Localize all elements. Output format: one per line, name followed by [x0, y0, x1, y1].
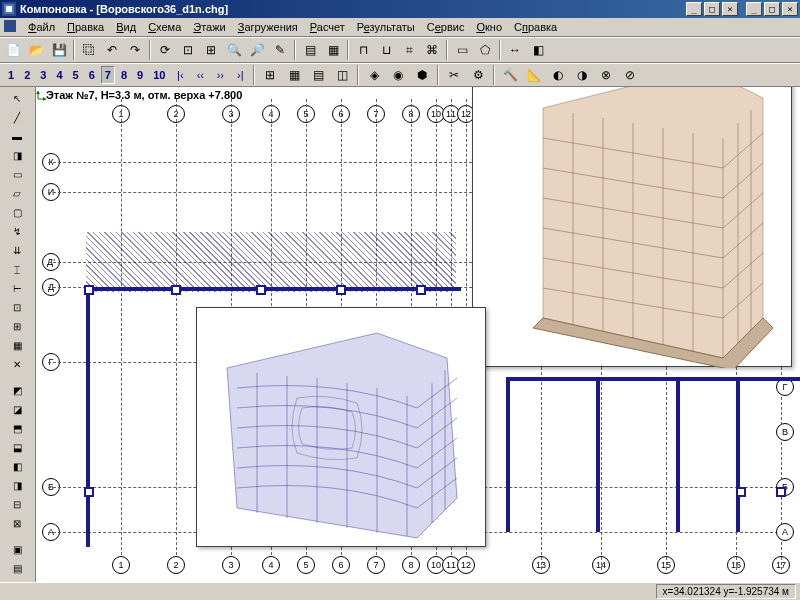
lt-hatch[interactable]: ▦: [2, 336, 32, 354]
floor-tool-1[interactable]: ⊞: [259, 64, 281, 86]
select-poly-button[interactable]: ⬠: [474, 39, 496, 61]
menu-calc[interactable]: Расчет: [304, 19, 351, 35]
lt-c1[interactable]: ▣: [2, 540, 32, 558]
lt-opening[interactable]: ▢: [2, 203, 32, 221]
lt-slab[interactable]: ▱: [2, 184, 32, 202]
lt-b4[interactable]: ⬓: [2, 438, 32, 456]
viewport[interactable]: Этаж №7, H=3.3 м, отм. верха +7.800 1234…: [36, 87, 800, 582]
menu-view[interactable]: Вид: [110, 19, 142, 35]
floor-tool-5[interactable]: ◈: [363, 64, 385, 86]
floor-last-button[interactable]: ›|: [231, 66, 249, 84]
floor-tool-7[interactable]: ⬢: [411, 64, 433, 86]
menu-scheme[interactable]: Схема: [142, 19, 187, 35]
status-coords: x=34.021324 y=-1.925734 м: [656, 584, 796, 599]
floor-tool-15[interactable]: ⊘: [619, 64, 641, 86]
tool-a-button[interactable]: ⊓: [352, 39, 374, 61]
lt-mesh[interactable]: ⊞: [2, 317, 32, 335]
floor-label: Этаж №7, H=3.3 м, отм. верха +7.800: [46, 89, 242, 101]
floor-tab-10[interactable]: 10: [149, 66, 169, 84]
floor-tab-2[interactable]: 2: [20, 66, 34, 84]
menu-loads[interactable]: Загружения: [232, 19, 304, 35]
lt-b5[interactable]: ◧: [2, 457, 32, 475]
menu-edit[interactable]: Правка: [61, 19, 110, 35]
refresh-button[interactable]: ⟳: [154, 39, 176, 61]
menu-window[interactable]: Окно: [470, 19, 508, 35]
measure-button[interactable]: ↔: [504, 39, 526, 61]
doc-close-button[interactable]: ×: [722, 2, 738, 16]
lt-load2[interactable]: ⇊: [2, 241, 32, 259]
floor-tool-9[interactable]: ⚙: [467, 64, 489, 86]
menu-results[interactable]: Результаты: [351, 19, 421, 35]
close-button[interactable]: ×: [782, 2, 798, 16]
lt-node[interactable]: ⊡: [2, 298, 32, 316]
floor-tab-1[interactable]: 1: [4, 66, 18, 84]
lt-b1[interactable]: ◩: [2, 381, 32, 399]
floor-tool-12[interactable]: ◐: [547, 64, 569, 86]
lt-c2[interactable]: ▤: [2, 559, 32, 577]
floor-prev-button[interactable]: ‹‹: [191, 66, 209, 84]
menu-service[interactable]: Сервис: [421, 19, 471, 35]
floor-tool-4[interactable]: ◫: [331, 64, 353, 86]
menu-file[interactable]: Файл: [22, 19, 61, 35]
tool-b-button[interactable]: ⊔: [375, 39, 397, 61]
render-panel-building[interactable]: [472, 87, 792, 367]
menu-help[interactable]: Справка: [508, 19, 563, 35]
undo-button[interactable]: ↶: [101, 39, 123, 61]
floor-tab-5[interactable]: 5: [69, 66, 83, 84]
lt-b7[interactable]: ⊟: [2, 495, 32, 513]
layers-button[interactable]: ▤: [299, 39, 321, 61]
floor-tool-2[interactable]: ▦: [283, 64, 305, 86]
lt-del[interactable]: ✕: [2, 355, 32, 373]
floor-tool-8[interactable]: ✂: [443, 64, 465, 86]
zoom-in-button[interactable]: 🔍: [223, 39, 245, 61]
minimize-button[interactable]: _: [746, 2, 762, 16]
grid-bubble-botl: 2: [167, 556, 185, 574]
lt-column[interactable]: ◨: [2, 146, 32, 164]
maximize-button[interactable]: □: [764, 2, 780, 16]
floor-next-button[interactable]: ››: [211, 66, 229, 84]
lt-b8[interactable]: ⊠: [2, 514, 32, 532]
floor-tab-9[interactable]: 9: [133, 66, 147, 84]
floor-tool-3[interactable]: ▤: [307, 64, 329, 86]
zoom-window-button[interactable]: ⊡: [177, 39, 199, 61]
new-button[interactable]: 📄: [2, 39, 24, 61]
menu-floors[interactable]: Этажи: [187, 19, 231, 35]
lt-b6[interactable]: ◨: [2, 476, 32, 494]
floor-tab-4[interactable]: 4: [52, 66, 66, 84]
grid-button[interactable]: ▦: [322, 39, 344, 61]
floor-tab-7[interactable]: 7: [101, 66, 115, 84]
floor-tool-13[interactable]: ◑: [571, 64, 593, 86]
floor-tool-11[interactable]: 📐: [523, 64, 545, 86]
lt-text[interactable]: ⌶: [2, 260, 32, 278]
lt-beam[interactable]: ▭: [2, 165, 32, 183]
save-button[interactable]: 💾: [48, 39, 70, 61]
lt-line[interactable]: ╱: [2, 108, 32, 126]
zoom-extents-button[interactable]: ⊞: [200, 39, 222, 61]
floor-tool-10[interactable]: 🔨: [499, 64, 521, 86]
doc-minimize-button[interactable]: _: [686, 2, 702, 16]
main-toolbar: 📄 📂 💾 ⿻ ↶ ↷ ⟳ ⊡ ⊞ 🔍 🔎 ✎ ▤ ▦ ⊓ ⊔ ⌗ ⌘ ▭ ⬠ …: [0, 37, 800, 63]
info-button[interactable]: ◧: [527, 39, 549, 61]
pan-button[interactable]: ✎: [269, 39, 291, 61]
lt-load1[interactable]: ↯: [2, 222, 32, 240]
floor-tab-6[interactable]: 6: [85, 66, 99, 84]
tool-c-button[interactable]: ⌗: [398, 39, 420, 61]
lt-b2[interactable]: ◪: [2, 400, 32, 418]
floor-first-button[interactable]: |‹: [171, 66, 189, 84]
doc-maximize-button[interactable]: □: [704, 2, 720, 16]
lt-b3[interactable]: ⬒: [2, 419, 32, 437]
floor-tab-3[interactable]: 3: [36, 66, 50, 84]
floor-tool-14[interactable]: ⊗: [595, 64, 617, 86]
select-rect-button[interactable]: ▭: [451, 39, 473, 61]
analysis-panel-wireframe[interactable]: [196, 307, 486, 547]
zoom-out-button[interactable]: 🔎: [246, 39, 268, 61]
lt-dim[interactable]: ⊢: [2, 279, 32, 297]
tool-d-button[interactable]: ⌘: [421, 39, 443, 61]
floor-tab-8[interactable]: 8: [117, 66, 131, 84]
open-button[interactable]: 📂: [25, 39, 47, 61]
lt-wall[interactable]: ▬: [2, 127, 32, 145]
floor-tool-6[interactable]: ◉: [387, 64, 409, 86]
redo-button[interactable]: ↷: [124, 39, 146, 61]
copy-button[interactable]: ⿻: [78, 39, 100, 61]
lt-cursor[interactable]: ↖: [2, 89, 32, 107]
